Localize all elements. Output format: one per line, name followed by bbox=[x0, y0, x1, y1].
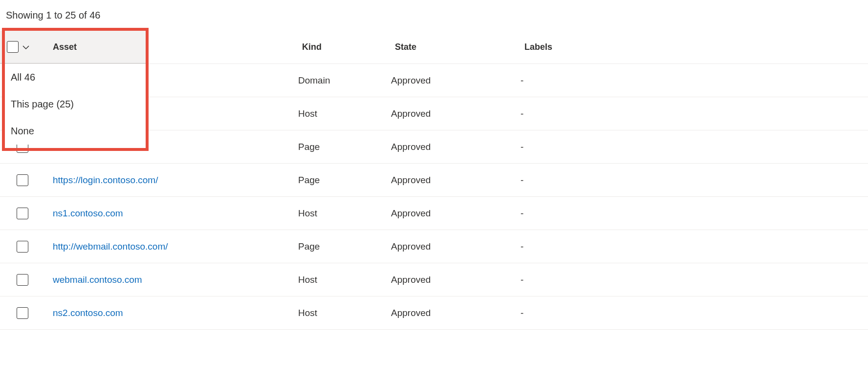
row-kind-cell: Host bbox=[298, 274, 391, 285]
asset-table: Asset Kind State Labels All 46 This page… bbox=[0, 31, 868, 330]
row-state-cell: Approved bbox=[391, 142, 521, 152]
select-all-cell bbox=[0, 31, 44, 63]
table-header-row: Asset Kind State Labels All 46 This page… bbox=[0, 31, 868, 64]
row-checkbox[interactable] bbox=[17, 241, 28, 253]
row-state-cell: Approved bbox=[391, 208, 521, 219]
column-header-asset[interactable]: Asset bbox=[44, 42, 81, 52]
row-checkbox-cell bbox=[0, 274, 44, 286]
row-state-cell: Approved bbox=[391, 75, 521, 86]
select-all-checkbox[interactable] bbox=[7, 41, 19, 53]
row-checkbox-cell bbox=[0, 208, 44, 219]
table-row: ns1.contoso.comHostApproved- bbox=[0, 197, 868, 230]
row-kind-cell: Page bbox=[298, 241, 391, 252]
column-header-kind[interactable]: Kind bbox=[298, 42, 391, 52]
row-labels-cell: - bbox=[521, 142, 868, 152]
row-checkbox[interactable] bbox=[17, 174, 28, 186]
row-checkbox[interactable] bbox=[17, 208, 28, 219]
row-asset-cell: ns2.contoso.com bbox=[44, 308, 298, 318]
select-dropdown-menu: All 46 This page (25) None bbox=[5, 64, 147, 145]
dropdown-item-none[interactable]: None bbox=[5, 118, 147, 145]
row-checkbox-cell bbox=[0, 241, 44, 253]
row-labels-cell: - bbox=[521, 175, 868, 186]
row-labels-cell: - bbox=[521, 241, 868, 252]
row-kind-cell: Host bbox=[298, 308, 391, 318]
row-kind-cell: Page bbox=[298, 142, 391, 152]
table-row: webmail.contoso.comHostApproved- bbox=[0, 263, 868, 296]
row-asset-cell: ns1.contoso.com bbox=[44, 208, 298, 219]
select-dropdown-toggle[interactable] bbox=[22, 42, 30, 51]
row-state-cell: Approved bbox=[391, 274, 521, 285]
row-checkbox[interactable] bbox=[17, 307, 28, 319]
table-row: https://login.contoso.com/PageApproved- bbox=[0, 164, 868, 197]
table-row: http://webmail.contoso.com/PageApproved- bbox=[0, 230, 868, 263]
row-state-cell: Approved bbox=[391, 108, 521, 119]
table-row: ns2.contoso.comHostApproved- bbox=[0, 296, 868, 330]
row-kind-cell: Host bbox=[298, 108, 391, 119]
row-labels-cell: - bbox=[521, 308, 868, 318]
asset-link[interactable]: ns1.contoso.com bbox=[53, 208, 123, 218]
row-labels-cell: - bbox=[521, 274, 868, 285]
row-checkbox[interactable] bbox=[17, 274, 28, 286]
row-asset-cell: http://webmail.contoso.com/ bbox=[44, 241, 298, 252]
row-labels-cell: - bbox=[521, 208, 868, 219]
asset-link[interactable]: webmail.contoso.com bbox=[53, 274, 142, 285]
row-asset-cell: webmail.contoso.com bbox=[44, 274, 298, 285]
dropdown-item-all[interactable]: All 46 bbox=[5, 64, 147, 91]
row-state-cell: Approved bbox=[391, 308, 521, 318]
row-labels-cell: - bbox=[521, 108, 868, 119]
asset-link[interactable]: http://webmail.contoso.com/ bbox=[53, 241, 168, 252]
column-header-state[interactable]: State bbox=[391, 42, 521, 52]
chevron-down-icon bbox=[22, 42, 30, 52]
column-header-asset-bg: Asset bbox=[44, 31, 147, 63]
row-checkbox-cell bbox=[0, 174, 44, 186]
pagination-summary: Showing 1 to 25 of 46 bbox=[0, 5, 868, 31]
row-checkbox-cell bbox=[0, 307, 44, 319]
dropdown-item-this-page[interactable]: This page (25) bbox=[5, 91, 147, 118]
row-kind-cell: Domain bbox=[298, 75, 391, 86]
row-state-cell: Approved bbox=[391, 241, 521, 252]
row-asset-cell: https://login.contoso.com/ bbox=[44, 175, 298, 186]
row-kind-cell: Host bbox=[298, 208, 391, 219]
row-labels-cell: - bbox=[521, 75, 868, 86]
column-header-labels[interactable]: Labels bbox=[521, 42, 868, 52]
row-state-cell: Approved bbox=[391, 175, 521, 186]
asset-link[interactable]: https://login.contoso.com/ bbox=[53, 175, 158, 185]
asset-link[interactable]: ns2.contoso.com bbox=[53, 308, 123, 318]
row-kind-cell: Page bbox=[298, 175, 391, 186]
